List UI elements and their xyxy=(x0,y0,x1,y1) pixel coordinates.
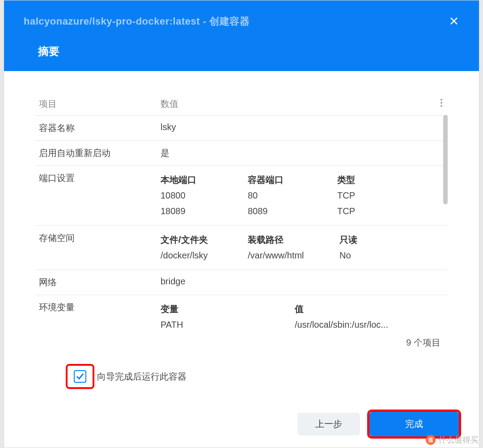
table-body: 容器名称 lsky 启用自动重新启动 是 端口设置 本地端口 容器端口 类型 1… xyxy=(35,116,448,330)
table-row: 环境变量 变量 值 PATH /usr/local/sbin:/usr/loc.… xyxy=(35,295,448,330)
port-header-container: 容器端口 xyxy=(248,172,337,188)
table-row: 容器名称 lsky xyxy=(35,116,448,141)
row-label-env: 环境变量 xyxy=(35,301,161,330)
port-cell: 80 xyxy=(248,188,337,203)
svg-point-0 xyxy=(441,99,442,101)
table-more-button[interactable] xyxy=(441,99,442,109)
dialog-header: halcyonazure/lsky-pro-docker:latest - 创建… xyxy=(4,0,479,71)
checkbox-highlight xyxy=(66,364,94,389)
port-cell: 10800 xyxy=(161,188,248,203)
close-icon xyxy=(449,17,458,25)
port-header-local: 本地端口 xyxy=(161,172,248,188)
run-after-wizard-row: 向导完成后运行此容器 xyxy=(35,349,448,389)
row-value-storage: 文件/文件夹 装载路径 只读 /docker/lsky /var/www/htm… xyxy=(161,232,448,263)
row-label-network: 网络 xyxy=(35,276,161,288)
row-value-env: 变量 值 PATH /usr/local/sbin:/usr/loc... xyxy=(161,301,448,330)
storage-header-readonly: 只读 xyxy=(339,232,448,248)
dialog-body: 项目 数值 容器名称 lsky 启用自动重新启动 是 端口设置 xyxy=(4,71,479,392)
row-label-auto-restart: 启用自动重新启动 xyxy=(35,147,161,159)
row-value-container-name: lsky xyxy=(161,122,448,134)
column-header-label: 项目 xyxy=(35,98,161,110)
column-header-value: 数值 xyxy=(161,98,448,110)
storage-cell: /var/www/html xyxy=(248,248,339,263)
env-header-variable: 变量 xyxy=(161,301,295,317)
port-cell: TCP xyxy=(337,188,448,203)
row-label-port-settings: 端口设置 xyxy=(35,172,161,219)
env-header-value: 值 xyxy=(295,301,448,317)
port-cell: 8089 xyxy=(248,203,337,219)
storage-cell: /docker/lsky xyxy=(161,248,248,263)
row-value-auto-restart: 是 xyxy=(161,147,448,159)
svg-point-2 xyxy=(441,105,442,107)
dialog-heading: 摘要 xyxy=(24,44,459,59)
run-after-wizard-checkbox[interactable] xyxy=(74,370,86,383)
row-label-container-name: 容器名称 xyxy=(35,122,161,134)
checkmark-icon xyxy=(76,372,84,380)
storage-cell: No xyxy=(339,248,448,263)
done-button[interactable]: 完成 xyxy=(369,412,459,436)
back-button[interactable]: 上一步 xyxy=(297,413,360,435)
storage-header-mount: 装载路径 xyxy=(248,232,339,248)
watermark-logo-icon: 值 xyxy=(426,435,436,445)
storage-header-file: 文件/文件夹 xyxy=(161,232,248,248)
env-cell: PATH xyxy=(161,317,295,330)
table-row: 端口设置 本地端口 容器端口 类型 10800 80 TCP 18089 808… xyxy=(35,166,448,226)
watermark-text: 什么值得买 xyxy=(438,435,479,445)
dots-vertical-icon xyxy=(441,99,442,107)
close-button[interactable] xyxy=(449,17,460,27)
create-container-dialog: halcyonazure/lsky-pro-docker:latest - 创建… xyxy=(4,0,479,448)
table-header-row: 项目 数值 xyxy=(35,93,448,116)
table-row: 启用自动重新启动 是 xyxy=(35,141,448,166)
row-value-port-settings: 本地端口 容器端口 类型 10800 80 TCP 18089 8089 TCP xyxy=(161,172,448,219)
port-cell: 18089 xyxy=(161,203,248,219)
row-value-network: bridge xyxy=(161,276,448,288)
table-row: 网络 bridge xyxy=(35,270,448,295)
summary-table: 项目 数值 容器名称 lsky 启用自动重新启动 是 端口设置 xyxy=(35,93,448,330)
env-cell: /usr/local/sbin:/usr/loc... xyxy=(295,317,438,330)
svg-point-1 xyxy=(441,102,442,104)
dialog-title: halcyonazure/lsky-pro-docker:latest - 创建… xyxy=(24,15,459,28)
port-cell: TCP xyxy=(337,203,448,219)
watermark: 值 什么值得买 xyxy=(426,435,479,445)
item-count-label: 9 个项目 xyxy=(35,330,448,349)
scrollbar-thumb[interactable] xyxy=(443,115,448,204)
dialog-footer: 上一步 完成 xyxy=(4,392,479,448)
table-row: 存储空间 文件/文件夹 装载路径 只读 /docker/lsky /var/ww… xyxy=(35,226,448,270)
run-after-wizard-label: 向导完成后运行此容器 xyxy=(97,371,186,383)
port-header-type: 类型 xyxy=(337,172,448,188)
row-label-storage: 存储空间 xyxy=(35,232,161,263)
